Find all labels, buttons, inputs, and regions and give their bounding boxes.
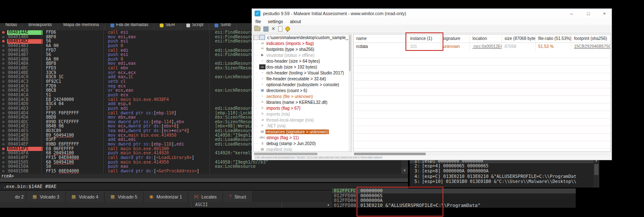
tree-item-rich-header[interactable]: ···›rich-header (tooling > Visual Studio… [254, 70, 351, 76]
tree-item-imports[interactable]: ···≡imports (flag > 67) [254, 105, 351, 111]
breakpoint-dot[interactable] [0, 138, 7, 142]
arguments-pane[interactable]: 1:[esp] 00000000 000000002:[esp+4] 00000… [410, 158, 593, 188]
breakpoint-dot[interactable] [0, 133, 7, 138]
tree-item-debug[interactable]: ···§debug (stamp > Jun.2020) [254, 140, 351, 146]
arguments-scrollbar[interactable]: ▲ [593, 158, 599, 188]
tree-item-dos-stub[interactable]: ···csdos-stub (size > 192 bytes) [254, 64, 351, 70]
arguments-scrollbar-thumb[interactable] [594, 164, 598, 175]
column-header-name[interactable]: name [354, 34, 408, 43]
tree-item-indicators[interactable]: ···ulindicators (imports > flag) [254, 40, 351, 46]
breakpoint-dot[interactable] [0, 35, 7, 40]
breakpoint-dot[interactable] [0, 142, 7, 147]
breakpoint-dot-red[interactable] [0, 39, 7, 44]
dump-tab-monitorizar-1[interactable]: ◉Monitorizar 1 [144, 191, 188, 202]
breakpoint-dot[interactable] [0, 44, 7, 48]
breakpoint-dot[interactable] [0, 48, 7, 53]
top-tab-breakpoints[interactable]: Breakpoints [23, 23, 57, 30]
tree-item-exports[interactable]: ···≡exports (n/a) [254, 111, 351, 117]
tree-expander-icon[interactable]: − [254, 35, 258, 40]
argument-row[interactable]: 3:[esp+8] 0000000A 0000000A [410, 168, 593, 173]
argument-row[interactable]: 5:[esp+10] 013E01B0 013E01B0 &"C:\\Users… [410, 179, 593, 184]
tree-item-sections[interactable]: ···›sections (file > unknown) [254, 93, 351, 99]
breakpoint-dot-red[interactable] [0, 147, 7, 151]
tree-item-dos-header[interactable]: ···›dos-header (size > 64 bytes) [254, 58, 351, 64]
breakpoint-dot[interactable] [0, 93, 7, 98]
breakpoint-dot[interactable] [0, 61, 7, 66]
tree-item-strings[interactable]: ···abcstrings (flag > 11) [254, 135, 351, 140]
tree-item-net[interactable]: ···≡.NET (n/a) [254, 123, 351, 129]
breakpoint-dot[interactable] [0, 169, 7, 174]
tree-scrollbar-thumb[interactable] [254, 153, 317, 155]
table-row[interactable]: rcdata101unknown.rsrc:0x00012E608706851.… [354, 43, 610, 50]
argument-row[interactable]: 4:[esp+C] 013E0210 013E0210 &"ALLUSERSPR… [410, 174, 593, 179]
breakpoint-dot[interactable] [0, 98, 7, 102]
top-tab-notas[interactable]: Notas [0, 23, 23, 30]
breakpoint-dot[interactable] [0, 106, 7, 111]
breakpoint-dot[interactable] [0, 156, 7, 160]
close-file-icon[interactable]: ✕ [271, 26, 275, 31]
dump-tab-locales[interactable]: [▪]Locales [188, 191, 223, 202]
column-header-signature[interactable]: signature [440, 34, 470, 43]
breakpoint-dot[interactable] [0, 88, 7, 93]
pestudio-tree[interactable]: −c:\users\malware\desktop\custom_sample_… [253, 34, 352, 152]
open-file-icon[interactable] [254, 26, 260, 31]
dump-tab-volcado-4[interactable]: ▦Volcado 4 [66, 191, 105, 202]
table-scrollbar-thumb[interactable] [354, 153, 426, 155]
breakpoint-dot[interactable] [0, 151, 7, 156]
tree-item-manifest[interactable]: ···▤manifest (n/a) [254, 146, 351, 152]
top-tab-mapa-de-memoria[interactable]: Mapa de memoria [58, 23, 105, 30]
top-tab-script[interactable]: Script [181, 23, 209, 30]
tree-vertical-scrollbar[interactable] [349, 34, 351, 151]
tree-item-virustotal[interactable]: ···▶virustotal (status > offline) [254, 52, 351, 58]
menu-item-about[interactable]: about [287, 18, 304, 25]
menu-item-file[interactable]: file [252, 18, 264, 25]
breakpoint-dot-red[interactable] [0, 30, 7, 35]
column-header-location[interactable]: location [470, 34, 502, 43]
disasm-row[interactable]: 0040150A50push eaxeax:LockResource [0, 164, 401, 169]
top-tab-s-mb[interactable]: Símb [209, 23, 237, 30]
column-header-file-ratio[interactable]: file-ratio (51.53%) [536, 34, 572, 43]
breakpoint-dot[interactable] [0, 75, 7, 79]
tree-item-directories[interactable]: ···▦directories (count > 6) [254, 87, 351, 93]
top-tab-fila-de-llamadas[interactable]: Fila de llamadas [105, 23, 154, 30]
breakpoint-dot[interactable] [0, 164, 7, 169]
save-icon[interactable] [263, 26, 268, 32]
scroll-down-icon[interactable]: ▼ [401, 167, 408, 174]
key-icon[interactable] [285, 26, 290, 31]
tree-horizontal-scrollbar[interactable] [253, 152, 352, 156]
column-header-size[interactable]: size (87068 bytes) [502, 34, 536, 43]
tree-item-thread-local-storage[interactable]: ···-othread-local-storage (n/a) [254, 117, 351, 123]
tree-item-libraries[interactable]: ···≡libraries (name > KERNEL32.dll) [254, 99, 351, 105]
breakpoint-dot[interactable] [0, 57, 7, 62]
breakpoint-dot[interactable] [0, 160, 7, 165]
dump-tab-volcado-5[interactable]: ▦Volcado 5 [105, 191, 144, 202]
breakpoint-dot[interactable] [0, 129, 7, 133]
breakpoint-dot[interactable] [0, 66, 7, 71]
breakpoint-dot[interactable] [0, 111, 7, 116]
disasm-row[interactable]: 0040150568 50494100push main_bin.exe.414… [0, 160, 401, 165]
pestudio-title-bar[interactable]: ✓ pestudio 9.59 - Malware Initial Assess… [252, 9, 612, 19]
top-tab-seh[interactable]: SEH [154, 23, 181, 30]
dump-tab-do-2[interactable]: do 2 [0, 191, 27, 202]
menu-item-settings[interactable]: settings [264, 18, 286, 25]
tree-scrollbar-thumb[interactable] [349, 35, 351, 71]
resources-table[interactable]: nameinstance (1)signaturelocationsize (8… [353, 34, 611, 152]
tree-item-resources[interactable]: ···▤resources (signature > unknown) [254, 129, 351, 135]
breakpoint-dot[interactable] [0, 102, 7, 106]
close-button[interactable]: × [598, 9, 611, 18]
dump-scroll-up-icon[interactable]: ▲ [325, 202, 332, 208]
breakpoint-dot[interactable] [0, 84, 7, 89]
disasm-row[interactable]: 0040150BFF15 08E04000call dword ptr ds:[… [0, 169, 401, 174]
tree-item-file-header[interactable]: ···›file-header (executable > 32-bit) [254, 76, 351, 82]
tree-item-optional-header[interactable]: ···›optional-header (subsystem > console… [254, 82, 351, 87]
breakpoint-dot[interactable] [0, 71, 7, 75]
breakpoint-dot[interactable] [0, 79, 7, 84]
tree-item-root[interactable]: −c:\users\malware\desktop\custom_sample_… [254, 34, 351, 40]
tree-item-footprints[interactable]: ···ººfootprints (type > sha256) [254, 46, 351, 52]
table-horizontal-scrollbar[interactable] [353, 152, 611, 156]
breakpoint-dot[interactable] [0, 120, 7, 124]
report-icon[interactable] [278, 26, 282, 32]
dump-tab-struct[interactable]: ?Struct [223, 191, 252, 202]
argument-row[interactable]: 2:[esp+4] 00000065 00000065 [410, 163, 593, 168]
maximize-button[interactable]: □ [582, 9, 595, 18]
